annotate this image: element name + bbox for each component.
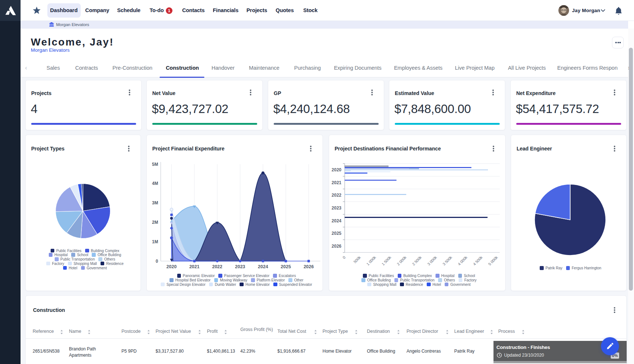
svg-text:4M: 4M	[152, 181, 158, 186]
svg-text:500k: 500k	[353, 255, 362, 264]
svg-text:1 500k: 1 500k	[381, 255, 392, 266]
svg-text:2M: 2M	[152, 220, 158, 225]
svg-text:4 500k: 4 500k	[472, 255, 484, 266]
svg-text:0: 0	[342, 255, 346, 260]
svg-text:2023: 2023	[235, 264, 245, 269]
svg-text:2024: 2024	[332, 218, 342, 223]
svg-text:2025: 2025	[281, 264, 291, 269]
svg-text:2025: 2025	[332, 231, 342, 236]
svg-text:2021: 2021	[332, 180, 342, 185]
svg-text:3 500k: 3 500k	[442, 255, 453, 266]
svg-text:0: 0	[156, 259, 158, 264]
svg-text:5M: 5M	[152, 162, 158, 167]
svg-text:2020: 2020	[332, 167, 342, 172]
svg-text:2023: 2023	[332, 205, 342, 211]
svg-text:3M: 3M	[152, 200, 158, 205]
svg-text:2024: 2024	[258, 264, 268, 269]
svg-text:2020: 2020	[167, 264, 177, 269]
svg-text:4 000k: 4 000k	[457, 255, 468, 266]
svg-text:2026: 2026	[303, 264, 314, 269]
svg-text:2022: 2022	[332, 193, 342, 198]
svg-text:5 000k: 5 000k	[487, 255, 499, 266]
svg-text:2022: 2022	[212, 264, 222, 269]
svg-text:3 000k: 3 000k	[426, 255, 438, 266]
svg-text:2 500k: 2 500k	[411, 255, 423, 266]
svg-text:2 000k: 2 000k	[396, 255, 407, 266]
svg-text:2021: 2021	[189, 264, 200, 269]
svg-text:2026: 2026	[332, 244, 342, 249]
svg-text:1M: 1M	[152, 239, 158, 244]
svg-text:1 000k: 1 000k	[365, 255, 377, 266]
